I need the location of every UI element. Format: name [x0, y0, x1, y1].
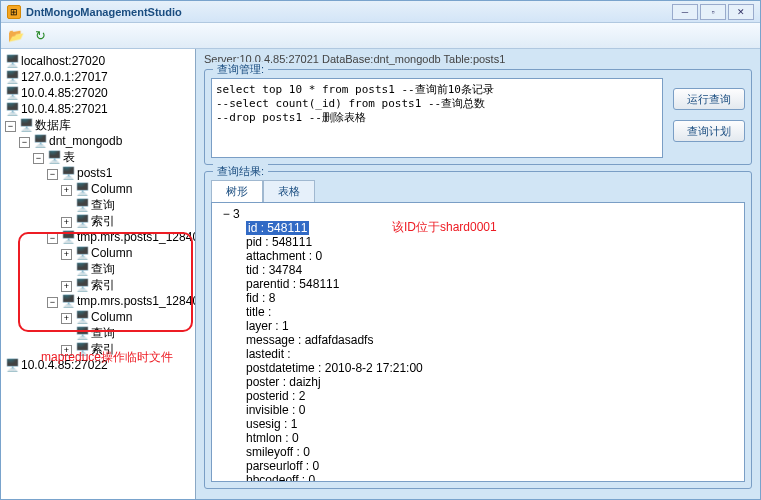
- result-field[interactable]: htmlon : 0: [216, 431, 740, 445]
- content-pane: Server:10.0.4.85:27021 DataBase:dnt_mong…: [196, 49, 760, 499]
- window-title: DntMongoManagementStudio: [26, 6, 672, 18]
- result-field[interactable]: parseurloff : 0: [216, 459, 740, 473]
- sidebar: 🖥️localhost:27020🖥️127.0.0.1:27017🖥️10.0…: [1, 49, 196, 499]
- tree-column[interactable]: +🖥️Column: [5, 309, 191, 325]
- titlebar: ⊞ DntMongoManagementStudio ─ ▫ ✕: [1, 1, 760, 23]
- tree-table[interactable]: −🖥️tmp.mrs.posts1_12840085: [5, 229, 191, 245]
- server-info: Server:10.0.4.85:27021 DataBase:dnt_mong…: [204, 53, 752, 65]
- close-button[interactable]: ✕: [728, 4, 754, 20]
- tree-host[interactable]: 🖥️10.0.4.85:27021: [5, 101, 191, 117]
- result-field[interactable]: poster : daizhj: [216, 375, 740, 389]
- expand-icon[interactable]: +: [61, 217, 72, 228]
- result-field[interactable]: invisible : 0: [216, 403, 740, 417]
- tree-host[interactable]: 🖥️127.0.0.1:27017: [5, 69, 191, 85]
- tree-host[interactable]: 🖥️localhost:27020: [5, 53, 191, 69]
- tree-tables[interactable]: −🖥️表: [5, 149, 191, 165]
- result-field[interactable]: posterid : 2: [216, 389, 740, 403]
- expand-icon[interactable]: −: [47, 233, 58, 244]
- result-field[interactable]: tid : 34784: [216, 263, 740, 277]
- expand-icon[interactable]: +: [61, 249, 72, 260]
- tree-query[interactable]: 🖥️查询: [5, 325, 191, 341]
- result-field[interactable]: attachment : 0: [216, 249, 740, 263]
- results-panel[interactable]: − 3 id : 548111 pid : 548111 attachment …: [211, 202, 745, 482]
- results-group-label: 查询结果:: [213, 164, 268, 179]
- expand-icon[interactable]: −: [33, 153, 44, 164]
- expand-icon[interactable]: −: [5, 121, 16, 132]
- result-field[interactable]: fid : 8: [216, 291, 740, 305]
- tree-index[interactable]: +🖥️索引: [5, 277, 191, 293]
- result-field[interactable]: layer : 1: [216, 319, 740, 333]
- result-field[interactable]: smileyoff : 0: [216, 445, 740, 459]
- result-field[interactable]: bbcodeoff : 0: [216, 473, 740, 482]
- query-textarea[interactable]: [211, 78, 663, 158]
- expand-icon[interactable]: −: [47, 169, 58, 180]
- expand-icon[interactable]: −: [47, 297, 58, 308]
- result-field[interactable]: postdatetime : 2010-8-2 17:21:00: [216, 361, 740, 375]
- query-group-label: 查询管理:: [213, 62, 268, 77]
- expand-icon[interactable]: +: [61, 185, 72, 196]
- result-field[interactable]: message : adfafdasadfs: [216, 333, 740, 347]
- results-group: 查询结果: 树形 表格 − 3 id : 548111 pid : 548111…: [204, 171, 752, 489]
- expand-icon[interactable]: +: [61, 281, 72, 292]
- toolbar: 📂 ↻: [1, 23, 760, 49]
- result-field[interactable]: usesig : 1: [216, 417, 740, 431]
- result-field[interactable]: lastedit :: [216, 347, 740, 361]
- annotation-text: mapreduce操作临时文件: [41, 349, 173, 366]
- tree-query[interactable]: 🖥️查询: [5, 197, 191, 213]
- tab-grid[interactable]: 表格: [263, 180, 315, 202]
- result-field[interactable]: title :: [216, 305, 740, 319]
- tree-column[interactable]: +🖥️Column: [5, 245, 191, 261]
- tree-column[interactable]: +🖥️Column: [5, 181, 191, 197]
- tree-host[interactable]: 🖥️10.0.4.85:27020: [5, 85, 191, 101]
- tab-tree[interactable]: 树形: [211, 180, 263, 202]
- tree-db[interactable]: −🖥️dnt_mongodb: [5, 133, 191, 149]
- expand-icon[interactable]: −: [19, 137, 30, 148]
- tree-db-root[interactable]: −🖥️数据库: [5, 117, 191, 133]
- query-group: 查询管理: 运行查询 查询计划: [204, 69, 752, 165]
- result-field[interactable]: pid : 548111: [216, 235, 740, 249]
- query-plan-button[interactable]: 查询计划: [673, 120, 745, 142]
- result-field[interactable]: parentid : 548111: [216, 277, 740, 291]
- app-icon: ⊞: [7, 5, 21, 19]
- shard-annotation: 该ID位于shard0001: [392, 219, 497, 236]
- minimize-button[interactable]: ─: [672, 4, 698, 20]
- expand-icon[interactable]: +: [61, 313, 72, 324]
- refresh-icon[interactable]: ↻: [31, 27, 49, 45]
- tree-index[interactable]: +🖥️索引: [5, 213, 191, 229]
- expand-icon[interactable]: −: [223, 207, 230, 221]
- run-query-button[interactable]: 运行查询: [673, 88, 745, 110]
- maximize-button[interactable]: ▫: [700, 4, 726, 20]
- tree-table[interactable]: −🖥️tmp.mrs.posts1_12840087: [5, 293, 191, 309]
- tree-query[interactable]: 🖥️查询: [5, 261, 191, 277]
- open-icon[interactable]: 📂: [7, 27, 25, 45]
- tree-table[interactable]: −🖥️posts1: [5, 165, 191, 181]
